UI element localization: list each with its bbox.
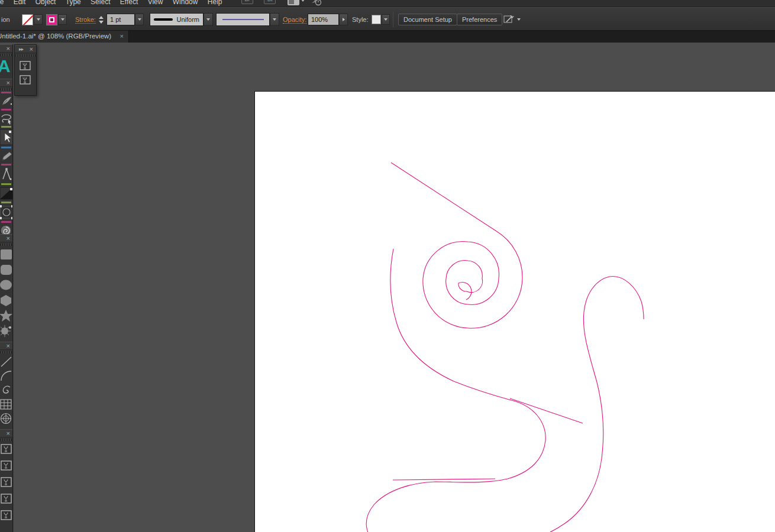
stroke-weight-field[interactable]: 1 pt <box>106 14 135 25</box>
close-panel-icon[interactable]: × <box>30 46 33 53</box>
spiral-tool-icon[interactable] <box>0 383 12 397</box>
lasso-tool-icon[interactable] <box>0 112 12 125</box>
gradient-tile-icon[interactable] <box>0 186 12 200</box>
rounded-rectangle-2-tool-icon[interactable] <box>0 262 12 278</box>
artwork-tangent-line-top[interactable] <box>391 163 496 231</box>
pencil-tool-icon[interactable] <box>0 150 12 163</box>
separator <box>1 109 11 111</box>
artwork-s-curve[interactable] <box>366 249 644 532</box>
preferences-button[interactable]: Preferences <box>457 14 502 25</box>
illustrator-window: File Edit Object Type Select Effect View… <box>0 0 775 532</box>
stroke-panel-link[interactable]: Stroke: <box>75 16 96 24</box>
plant-document-icon[interactable] <box>0 508 12 525</box>
graphic-style-dropdown[interactable] <box>382 14 390 25</box>
panel-gripper[interactable] <box>1 351 12 353</box>
fill-swatch-dropdown[interactable] <box>34 14 43 25</box>
artwork-tangent-line-bottom[interactable] <box>393 479 495 480</box>
separator <box>1 92 11 93</box>
close-panel-icon[interactable]: × <box>7 79 10 87</box>
panel-documents: × <box>0 429 13 532</box>
direct-selection-tile-icon[interactable] <box>0 129 12 145</box>
cc-sync-icon[interactable] <box>310 0 323 7</box>
arc-tool-icon[interactable] <box>0 369 12 383</box>
close-panel-icon[interactable]: × <box>7 45 10 53</box>
stock-badge-icon[interactable]: St <box>264 0 276 4</box>
panel-gripper[interactable] <box>1 244 12 246</box>
panel-gripper[interactable] <box>15 54 35 57</box>
menu-window[interactable]: Window <box>173 0 198 6</box>
bridge-badge-icon[interactable]: Br <box>241 0 253 4</box>
rectangular-grid-tool-icon[interactable] <box>0 397 12 411</box>
artwork-spiral[interactable] <box>423 231 522 328</box>
select-similar-dropdown[interactable] <box>517 18 521 21</box>
menu-edit[interactable]: Edit <box>14 0 26 6</box>
workspace-switcher-icon[interactable] <box>288 0 299 5</box>
mesh-tile-icon[interactable] <box>0 205 12 220</box>
line-segment-tool-icon[interactable] <box>0 355 12 369</box>
menu-select[interactable]: Select <box>91 0 110 6</box>
menu-view[interactable]: View <box>148 0 163 6</box>
document-tab-title: Untitled-1.ai* @ 108% (RGB/Preview) <box>0 33 111 40</box>
rounded-rectangle-tool-icon[interactable] <box>0 247 12 262</box>
menu-file[interactable]: File <box>0 0 4 6</box>
artwork-tangent-line-middle[interactable] <box>510 398 583 423</box>
close-panel-icon[interactable]: × <box>7 342 10 350</box>
select-similar-icon[interactable] <box>503 14 515 25</box>
tab-close-icon[interactable]: × <box>120 33 124 40</box>
close-panel-icon[interactable]: × <box>7 430 10 437</box>
separator <box>1 147 11 148</box>
brush-definition-dropdown[interactable] <box>216 13 270 26</box>
stroke-swatch-dropdown[interactable] <box>58 14 67 25</box>
star-tool-icon[interactable] <box>0 309 12 324</box>
menu-object[interactable]: Object <box>35 0 56 6</box>
fill-swatch-none[interactable] <box>22 14 33 25</box>
control-bar: ion Stroke: 1 pt Uniform <box>0 7 775 31</box>
panel-line-tools: × <box>0 342 13 429</box>
polar-grid-tool-icon[interactable] <box>0 411 12 426</box>
feather-tool-icon[interactable] <box>0 95 12 108</box>
stroke-weight-dropdown[interactable] <box>135 14 144 25</box>
stroke-weight-stepper[interactable] <box>97 16 105 24</box>
document-tab[interactable]: Untitled-1.ai* @ 108% (RGB/Preview) × <box>0 31 129 43</box>
opacity-panel-link[interactable]: Opacity: <box>283 16 306 24</box>
compass-tool-icon[interactable] <box>0 167 12 182</box>
plant-document-icon[interactable] <box>20 74 31 85</box>
panel-tool-strip: × <box>0 79 13 234</box>
artboard[interactable] <box>254 91 775 532</box>
width-profile-dropdown-button[interactable] <box>204 13 213 26</box>
opacity-field[interactable]: 100% <box>308 14 339 25</box>
width-profile-dropdown[interactable]: Uniform <box>150 13 204 26</box>
opacity-expand-button[interactable] <box>339 14 348 25</box>
graphic-style-swatch[interactable] <box>372 15 381 24</box>
plant-document-icon[interactable] <box>0 475 12 492</box>
selection-label-fragment: ion <box>1 16 10 23</box>
panel-gripper[interactable] <box>1 88 12 90</box>
stroke-swatch[interactable] <box>46 14 57 25</box>
menu-effect[interactable]: Effect <box>120 0 138 6</box>
separator <box>1 183 11 185</box>
ellipse-tool-icon[interactable] <box>0 278 12 293</box>
panel-gripper[interactable] <box>1 439 12 441</box>
brush-definition-dropdown-button[interactable] <box>270 13 279 26</box>
separator <box>1 126 11 128</box>
plant-document-icon[interactable] <box>0 459 12 475</box>
flare-tool-icon[interactable] <box>0 324 12 339</box>
plant-document-icon[interactable] <box>0 442 12 459</box>
basic-brush-preview <box>222 19 264 20</box>
plant-document-icon[interactable] <box>0 492 12 508</box>
artwork-layer <box>254 91 775 532</box>
menu-type[interactable]: Type <box>66 0 81 6</box>
menu-items: File Edit Object Type Select Effect View… <box>0 0 230 6</box>
plant-document-icon[interactable] <box>20 60 31 71</box>
floating-panel-header[interactable]: ▸▸ × <box>15 45 36 53</box>
style-label: Style: <box>352 16 369 23</box>
close-panel-icon[interactable]: × <box>7 235 10 242</box>
separator <box>1 202 11 203</box>
collapse-panel-icon[interactable]: ▸▸ <box>19 46 23 53</box>
polygon-tool-icon[interactable] <box>0 293 12 309</box>
menu-help[interactable]: Help <box>208 0 222 6</box>
canvas-area[interactable] <box>0 43 775 532</box>
document-setup-button[interactable]: Document Setup <box>398 14 457 25</box>
separator <box>1 164 11 166</box>
chevron-down-icon <box>301 0 305 2</box>
